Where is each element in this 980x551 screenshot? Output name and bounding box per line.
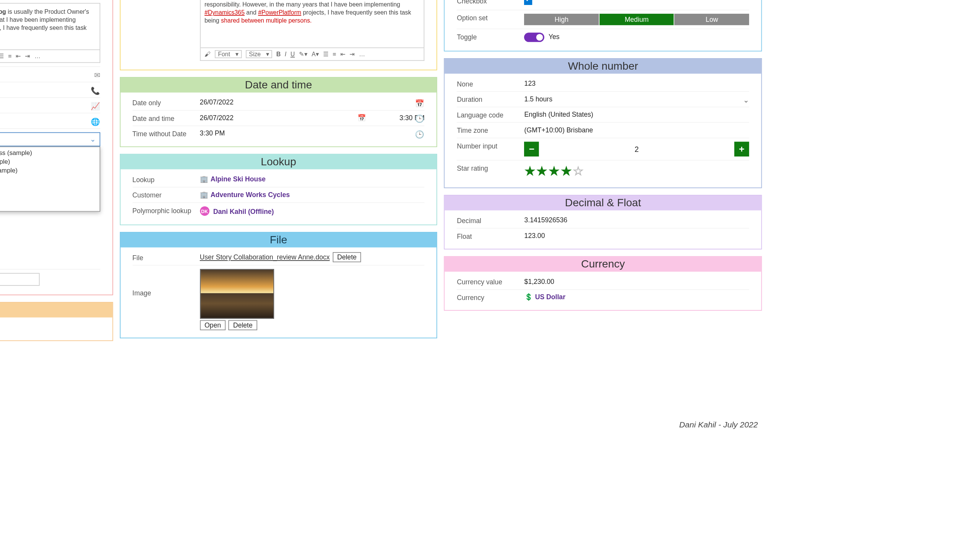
bullets-icon[interactable]: ☰ — [0, 53, 4, 60]
option-low[interactable]: Low — [675, 14, 749, 25]
star-rating[interactable]: ★★★★☆ — [524, 164, 749, 179]
label-currency: Currency — [457, 293, 522, 301]
checkbox-input[interactable] — [524, 0, 532, 5]
chart-icon[interactable]: 📈 — [91, 102, 100, 111]
label-toggle: Toggle — [457, 33, 522, 41]
bullets-icon[interactable]: ☰ — [323, 51, 328, 58]
font-select[interactable]: Font — [215, 50, 242, 58]
autocomplete-option[interactable]: Office 365 and CRM Online: Small Busines… — [0, 148, 100, 157]
calendar-icon[interactable]: 📅 — [358, 114, 366, 121]
value-phone[interactable]: 0444 555 666 — [0, 86, 100, 93]
currency-lookup[interactable]: US Dollar — [524, 293, 565, 300]
value-decimal[interactable]: 3.1415926536 — [524, 217, 749, 224]
value-autonumber: 2022-1000-Q2Y7 — [0, 324, 100, 331]
label-currency-value: Currency value — [457, 278, 522, 286]
card-title: Lookup — [120, 155, 437, 170]
card-single-line-text: Single line of text TextPlanning a Power… — [0, 0, 113, 295]
option-high[interactable]: High — [524, 14, 599, 25]
pen-signature[interactable]: Dani — [0, 215, 100, 254]
value-dateonly[interactable]: 26/07/2022 — [200, 99, 425, 106]
label-numberinput: Number input — [457, 142, 522, 150]
highlight-icon[interactable]: ✎▾ — [299, 51, 308, 58]
label-optionset: Option set — [457, 14, 522, 22]
autocomplete-option[interactable]: CRM Service (sample) — [0, 175, 100, 184]
optionset[interactable]: HighMediumLow — [524, 14, 749, 25]
chevron-down-icon[interactable]: ⌄ — [743, 96, 749, 105]
size-select[interactable]: Size — [246, 50, 273, 58]
bold-icon[interactable]: B — [276, 51, 281, 58]
autocomplete-option[interactable]: CRM Online: Standard (sample) — [0, 201, 100, 210]
label-file: File — [132, 253, 197, 261]
card-choice: Choice ChoicePhone Multiple choicesNew, … — [444, 0, 762, 51]
more-icon[interactable]: … — [34, 53, 41, 60]
richtext-editor[interactable]: Adding requirements to your Product Back… — [200, 0, 425, 48]
autocomplete-input[interactable]: CRM — [0, 132, 100, 147]
autocomplete-option[interactable]: CRM Online: Professional (sample) — [0, 183, 100, 192]
numbers-icon[interactable]: ≡ — [8, 53, 11, 60]
outdent-icon[interactable]: ⇤ — [16, 53, 21, 60]
toggle-switch[interactable] — [524, 33, 545, 42]
numbers-icon[interactable]: ≡ — [333, 51, 336, 58]
card-currency: Currency Currency value$1,230.00 Currenc… — [444, 256, 762, 311]
fontcolor-icon[interactable]: A▾ — [312, 51, 319, 58]
delete-button[interactable]: Delete — [332, 252, 361, 262]
label-dateonly: Date only — [132, 99, 197, 107]
card-decimal-float: Decimal & Float Decimal3.1415926536 Floa… — [444, 195, 762, 249]
autocomplete-option[interactable]: Office 365 and CRM Online: Midsize (samp… — [0, 157, 100, 166]
autocomplete-option[interactable]: CRM Online: Enterprise (sample) — [0, 192, 100, 201]
value-float[interactable]: 123.00 — [524, 232, 749, 239]
card-title: Date and time — [120, 78, 437, 93]
card-title: Whole number — [445, 59, 761, 74]
card-title: File — [120, 233, 437, 248]
card-file: File FileUser Story Collaboration_review… — [119, 232, 437, 338]
file-link[interactable]: User Story Collaboration_review Anne.doc… — [200, 253, 330, 261]
label-checkbox: Checkbox — [457, 0, 522, 5]
value-date[interactable]: 26/07/2022 — [200, 114, 234, 121]
lookup-value[interactable]: Alpine Ski House — [200, 175, 266, 183]
richtext-editor[interactable]: Adding requirements to your Product Back… — [0, 3, 100, 50]
decrement-button[interactable]: − — [524, 142, 539, 156]
italic-icon[interactable]: I — [285, 51, 286, 58]
color-hex-input[interactable]: #a57aeb — [0, 273, 40, 285]
more-icon[interactable]: … — [359, 51, 365, 58]
paint-icon[interactable]: 🖌 — [204, 51, 211, 58]
open-button[interactable]: Open — [200, 320, 226, 330]
autocomplete-dropdown: Office 365 and CRM Online: Small Busines… — [0, 147, 100, 212]
indent-icon[interactable]: ⇥ — [25, 53, 30, 60]
calendar-icon[interactable]: 📅 — [415, 99, 425, 108]
clock-icon[interactable]: 🕒 — [415, 130, 425, 139]
label-star: Star rating — [457, 164, 522, 172]
delete-button[interactable]: Delete — [229, 320, 258, 330]
polymorphic-value[interactable]: DKDani Kahil (Offline) — [200, 206, 274, 216]
value-timezone[interactable]: (GMT+10:00) Brisbane — [524, 126, 749, 134]
value-duration[interactable]: 1.5 hours — [524, 95, 749, 103]
underline-icon[interactable]: U — [291, 51, 295, 58]
autocomplete-option[interactable]: Office 365 and CRM Online: Enterprise (s… — [0, 166, 100, 175]
card-autonumber: Autonumber Autonumber2022-1000-Q2Y7 — [0, 302, 113, 341]
value-ticker[interactable]: MSFT — [0, 101, 100, 109]
outdent-icon[interactable]: ⇤ — [340, 51, 346, 58]
label-language: Language code — [457, 111, 522, 119]
card-title: Autonumber — [0, 303, 112, 318]
phone-icon[interactable]: 📞 — [91, 86, 100, 95]
value-email[interactable]: dani.kahil@kahilconsulting.com — [0, 70, 100, 78]
label-duration: Duration — [457, 95, 522, 103]
number-value[interactable]: 2 — [539, 145, 734, 153]
value-none[interactable]: 123 — [524, 80, 749, 87]
customer-value[interactable]: Adventure Works Cycles — [200, 191, 290, 198]
card-title: Currency — [445, 257, 761, 272]
email-icon[interactable]: ✉ — [94, 71, 100, 80]
card-lookup: Lookup LookupAlpine Ski House CustomerAd… — [119, 154, 437, 225]
value-language[interactable]: English (United States) — [524, 111, 749, 118]
increment-button[interactable]: + — [734, 142, 749, 156]
indent-icon[interactable]: ⇥ — [350, 51, 355, 58]
rte-toolbar: 🖌 Font Size BIU ✎▾A▾ ☰≡ ⇤⇥ … — [200, 48, 425, 61]
value-url[interactable]: https://powerplatform.microsoft.com — [0, 117, 100, 124]
option-medium[interactable]: Medium — [599, 14, 675, 25]
globe-icon[interactable]: 🌐 — [91, 117, 100, 126]
image-thumbnail[interactable] — [200, 269, 274, 319]
value-currency[interactable]: $1,230.00 — [524, 278, 749, 285]
footer-credit: Dani Kahil - July 2022 — [679, 420, 758, 429]
clock-icon[interactable]: 🕒 — [415, 115, 425, 124]
value-timeonly[interactable]: 3:30 PM — [200, 130, 425, 137]
